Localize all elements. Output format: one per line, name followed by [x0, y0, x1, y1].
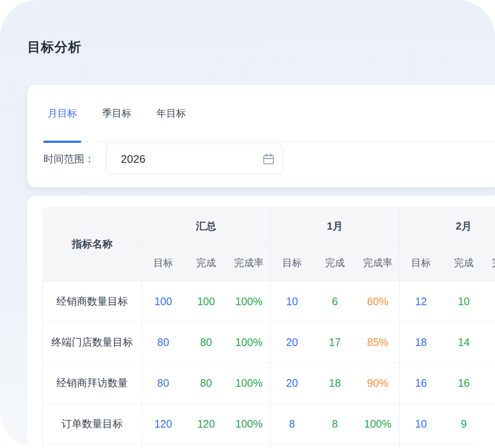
cell-done: 17 [313, 322, 356, 363]
cell-done [313, 444, 356, 448]
cell-done: 9 [442, 403, 485, 444]
cell-rate [485, 444, 495, 448]
column-header-indicator-name: 指标名称 [43, 207, 142, 281]
cell-target: 80 [142, 363, 185, 403]
cell-rate: 100% [228, 403, 270, 444]
cell-target: 120 [142, 403, 185, 444]
sub-header-target: 目标 [142, 245, 185, 281]
cell-done: 8 [313, 403, 356, 444]
cell-rate: 85% [356, 322, 399, 363]
cell-rate [356, 444, 399, 448]
sub-header-done: 完成 [313, 245, 356, 281]
cell-rate [485, 403, 495, 444]
table-row: 订单数量目标 120 120 100% 8 8 100% 10 9 [43, 403, 495, 444]
row-label [43, 444, 142, 448]
cell-target: 10 [270, 281, 313, 322]
cell-rate [485, 281, 495, 322]
cell-rate [228, 444, 270, 448]
cell-done: 80 [185, 322, 228, 363]
group-header-february: 2月 [399, 207, 495, 245]
sub-header-done: 完成 [185, 245, 228, 281]
cell-target: 20 [270, 363, 313, 403]
sub-header-rate: 完成率 [228, 245, 270, 281]
cell-target: 100 [142, 281, 185, 322]
targets-table: 指标名称 汇总 1月 2月 目标 完成 完成率 目标 完成 完成率 目标 完成 [43, 207, 495, 448]
cell-done: 10 [442, 281, 485, 322]
group-header-january: 1月 [270, 207, 399, 245]
table-row: 经销商拜访数量 80 80 100% 20 18 90% 16 16 [43, 363, 495, 403]
cell-done: 120 [185, 403, 228, 444]
table-card: 指标名称 汇总 1月 2月 目标 完成 完成率 目标 完成 完成率 目标 完成 [27, 196, 495, 448]
calendar-icon[interactable] [262, 153, 275, 166]
sub-header-done: 完成 [442, 245, 485, 281]
cell-rate: 100% [356, 403, 399, 444]
cell-rate [485, 363, 495, 403]
cell-done: 100 [185, 281, 228, 322]
table-row [43, 444, 495, 448]
page-canvas: 目标分析 月目标 季目标 年目标 时间范围： [0, 0, 495, 448]
tab-quarterly-target-label: 季目标 [102, 107, 131, 120]
time-range-label: 时间范围： [43, 152, 94, 166]
cell-done: 18 [313, 363, 356, 403]
cell-rate: 100% [228, 322, 270, 363]
cell-done: 16 [442, 363, 485, 403]
tab-quarterly-target[interactable]: 季目标 [98, 85, 136, 142]
year-input[interactable] [106, 153, 247, 166]
sub-header-target: 目标 [399, 245, 442, 281]
cell-done: 6 [313, 281, 356, 322]
active-tab-indicator [43, 141, 81, 143]
sub-header-rate: 完成率 [356, 245, 399, 281]
cell-target [399, 444, 442, 448]
targets-table-grid: 指标名称 汇总 1月 2月 目标 完成 完成率 目标 完成 完成率 目标 完成 [43, 207, 495, 448]
cell-done [185, 444, 228, 448]
cell-target: 20 [270, 322, 313, 363]
cell-rate: 90% [356, 363, 399, 403]
cell-target: 16 [399, 363, 442, 403]
cell-target: 8 [270, 403, 313, 444]
tab-monthly-target-label: 月目标 [48, 107, 77, 120]
cell-rate: 60% [356, 281, 399, 322]
row-label: 经销商数量目标 [43, 281, 142, 322]
tab-bar: 月目标 季目标 年目标 [43, 85, 495, 142]
table-row: 经销商数量目标 100 100 100% 10 6 60% 12 10 [43, 281, 495, 322]
cell-target: 80 [142, 322, 185, 363]
cell-done [442, 444, 485, 448]
cell-done: 14 [442, 322, 485, 363]
cell-done: 80 [185, 363, 228, 403]
sub-header-rate: 完成率 [485, 245, 495, 281]
group-header-summary: 汇总 [142, 207, 270, 245]
sub-header-target: 目标 [270, 245, 313, 281]
cell-rate: 100% [228, 363, 270, 403]
cell-target [270, 444, 313, 448]
tabs-filter-card: 月目标 季目标 年目标 时间范围： [27, 85, 495, 187]
cell-target [142, 444, 185, 448]
cell-rate: 100% [228, 281, 270, 322]
cell-target: 18 [399, 322, 442, 363]
tab-yearly-target-label: 年目标 [156, 107, 186, 120]
row-label: 经销商拜访数量 [43, 363, 142, 403]
time-range-filter: 时间范围： [43, 144, 283, 174]
table-row: 终端门店数量目标 80 80 100% 20 17 85% 18 14 [43, 322, 495, 363]
page-title: 目标分析 [27, 38, 82, 56]
row-label: 终端门店数量目标 [43, 322, 142, 363]
date-picker[interactable] [106, 144, 283, 174]
cell-target: 12 [399, 281, 442, 322]
tab-yearly-target[interactable]: 年目标 [152, 85, 190, 142]
tab-monthly-target[interactable]: 月目标 [43, 85, 81, 142]
cell-target: 10 [399, 403, 442, 444]
row-label: 订单数量目标 [43, 403, 142, 444]
cell-rate [485, 322, 495, 363]
group-header-row: 指标名称 汇总 1月 2月 [43, 207, 495, 245]
